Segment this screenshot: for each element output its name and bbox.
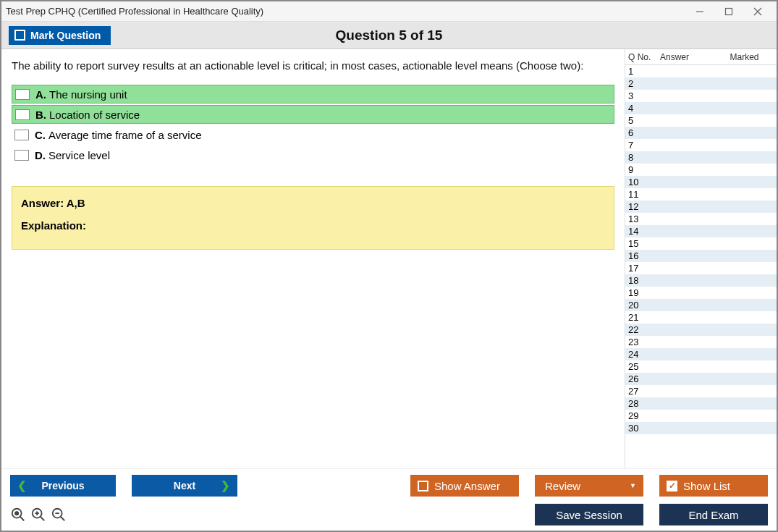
question-list-row[interactable]: 7 xyxy=(625,139,777,151)
footer-row-2: Save Session End Exam xyxy=(10,504,768,525)
question-list-row[interactable]: 9 xyxy=(625,164,777,176)
option-row[interactable]: C. Average time frame of a service xyxy=(12,125,614,144)
question-list-row[interactable]: 16 xyxy=(625,250,777,262)
next-button[interactable]: Next ❯ xyxy=(132,475,237,497)
question-list-row[interactable]: 12 xyxy=(625,200,777,213)
option-letter: A. xyxy=(35,88,46,101)
question-list-row[interactable]: 24 xyxy=(625,348,777,360)
question-list-row[interactable]: 6 xyxy=(625,127,777,139)
question-number: 23 xyxy=(628,337,657,347)
header-bar: Mark Question Question 5 of 15 xyxy=(1,22,777,49)
chevron-left-icon: ❮ xyxy=(17,479,27,492)
app-window: Test Prep CPHQ (Certified Professional i… xyxy=(0,0,778,532)
save-session-button[interactable]: Save Session xyxy=(535,504,643,525)
question-list-row[interactable]: 27 xyxy=(625,385,777,397)
question-list[interactable]: 1234567891011121314151617181920212223242… xyxy=(625,65,777,468)
next-label: Next xyxy=(174,480,195,491)
previous-button[interactable]: ❮ Previous xyxy=(10,475,116,497)
previous-label: Previous xyxy=(41,480,84,491)
option-row[interactable]: D. Service level xyxy=(12,145,614,164)
question-list-row[interactable]: 20 xyxy=(625,299,777,311)
option-checkbox-icon xyxy=(14,130,29,140)
maximize-button[interactable] xyxy=(714,2,743,21)
show-answer-button[interactable]: Show Answer xyxy=(410,475,519,497)
window-title: Test Prep CPHQ (Certified Professional i… xyxy=(6,6,263,17)
show-list-label: Show List xyxy=(683,480,730,492)
question-list-panel: Q No. Answer Marked 12345678910111213141… xyxy=(625,49,777,468)
question-number: 14 xyxy=(628,226,657,237)
question-list-row[interactable]: 18 xyxy=(625,274,777,287)
question-number: 6 xyxy=(628,127,657,138)
main-area: The ability to report survey results at … xyxy=(1,49,625,468)
mark-question-button[interactable]: Mark Question xyxy=(9,26,111,45)
question-number: 25 xyxy=(628,361,657,372)
question-number: 9 xyxy=(628,164,657,175)
question-number: 29 xyxy=(628,410,657,421)
question-number: 16 xyxy=(628,250,657,261)
question-list-row[interactable]: 30 xyxy=(625,422,777,434)
chevron-down-icon: ▼ xyxy=(630,482,636,489)
question-number: 8 xyxy=(628,152,657,163)
option-row[interactable]: B. Location of service xyxy=(12,105,614,124)
zoom-out-button[interactable] xyxy=(51,507,67,523)
question-header-title: Question 5 of 15 xyxy=(1,28,777,43)
question-list-row[interactable]: 21 xyxy=(625,311,777,324)
question-number: 7 xyxy=(628,140,657,151)
question-number: 27 xyxy=(628,386,657,397)
zoom-in-icon xyxy=(30,507,46,523)
mark-question-label: Mark Question xyxy=(30,30,101,41)
svg-rect-1 xyxy=(726,8,732,14)
question-number: 11 xyxy=(628,189,657,200)
question-list-row[interactable]: 29 xyxy=(625,410,777,422)
footer: ❮ Previous Next ❯ Show Answer Review ▼ ✓… xyxy=(1,468,777,531)
question-list-row[interactable]: 14 xyxy=(625,225,777,237)
question-list-row[interactable]: 13 xyxy=(625,213,777,225)
question-list-row[interactable]: 15 xyxy=(625,237,777,250)
maximize-icon xyxy=(724,7,733,16)
option-row[interactable]: A. The nursing unit xyxy=(12,85,614,104)
question-list-row[interactable]: 22 xyxy=(625,324,777,336)
close-button[interactable] xyxy=(743,2,772,21)
question-list-row[interactable]: 25 xyxy=(625,360,777,373)
question-list-row[interactable]: 5 xyxy=(625,114,777,127)
question-number: 28 xyxy=(628,398,657,409)
option-letter: B. xyxy=(35,109,46,121)
question-list-row[interactable]: 28 xyxy=(625,397,777,410)
end-exam-button[interactable]: End Exam xyxy=(659,504,768,525)
option-checkbox-icon xyxy=(15,89,30,100)
zoom-reset-button[interactable] xyxy=(10,507,26,523)
question-list-row[interactable]: 11 xyxy=(625,188,777,200)
question-number: 19 xyxy=(628,287,657,298)
question-number: 3 xyxy=(628,90,657,101)
answer-line: Answer: A,B xyxy=(21,197,605,209)
review-button[interactable]: Review ▼ xyxy=(535,475,643,497)
option-text: The nursing unit xyxy=(49,88,127,101)
option-checkbox-icon xyxy=(15,109,30,120)
question-number: 12 xyxy=(628,201,657,212)
question-number: 20 xyxy=(628,300,657,311)
question-list-row[interactable]: 4 xyxy=(625,102,777,114)
minimize-button[interactable] xyxy=(685,2,714,21)
option-checkbox-icon xyxy=(14,150,29,161)
question-list-row[interactable]: 1 xyxy=(625,65,777,77)
minimize-icon xyxy=(695,7,704,16)
zoom-out-icon xyxy=(51,507,67,523)
question-list-row[interactable]: 10 xyxy=(625,176,777,188)
question-number: 10 xyxy=(628,177,657,187)
question-number: 13 xyxy=(628,214,657,224)
question-number: 24 xyxy=(628,349,657,360)
question-list-row[interactable]: 3 xyxy=(625,90,777,102)
show-list-button[interactable]: ✓ Show List xyxy=(659,475,768,497)
question-list-row[interactable]: 17 xyxy=(625,262,777,274)
question-list-row[interactable]: 19 xyxy=(625,287,777,299)
question-list-row[interactable]: 23 xyxy=(625,336,777,348)
zoom-in-button[interactable] xyxy=(30,507,46,523)
zoom-controls xyxy=(10,507,67,523)
question-list-row[interactable]: 8 xyxy=(625,151,777,164)
question-number: 18 xyxy=(628,275,657,286)
question-list-row[interactable]: 2 xyxy=(625,77,777,90)
option-text: Service level xyxy=(48,149,110,161)
col-marked: Marked xyxy=(712,52,777,62)
question-prompt: The ability to report survey results at … xyxy=(12,59,614,72)
question-list-row[interactable]: 26 xyxy=(625,373,777,385)
